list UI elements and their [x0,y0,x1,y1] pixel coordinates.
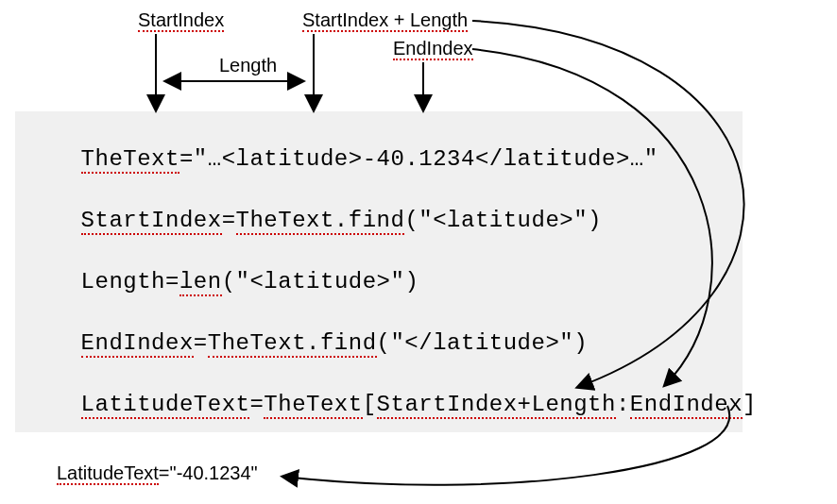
label-endindex: EndIndex [393,38,473,59]
label-startindex-plus-length: StartIndex + Length [302,9,468,31]
code-block: TheText="…<latitude>-40.1234</latitude>…… [15,111,743,432]
label-startindex: StartIndex [138,9,224,31]
label-length: Length [219,55,277,76]
code-line-5: LatitudeText=TheText[StartIndex+Length:E… [25,366,757,443]
result-line: LatitudeText="-40.1234" [57,462,258,484]
